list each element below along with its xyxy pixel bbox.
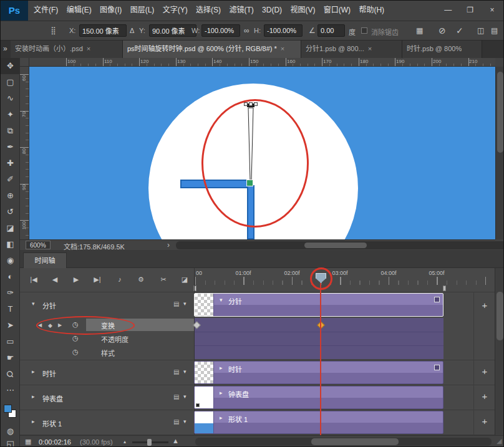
zoom-out-timeline-icon[interactable]: ▴	[124, 439, 126, 445]
track-options-icon[interactable]: ▤	[173, 418, 179, 425]
warp-mode-icon[interactable]: ▦	[416, 26, 423, 35]
foreground-color-swatch[interactable]	[4, 405, 12, 413]
stopwatch-icon[interactable]: ◷	[72, 348, 79, 356]
relative-position-icon[interactable]: Δ	[130, 27, 134, 34]
document-tab-3[interactable]: 分针1.psb @ 800... ×	[301, 41, 402, 58]
render-settings-icon[interactable]: ⚙	[133, 276, 149, 284]
dropdown-icon[interactable]: ▾	[183, 300, 187, 307]
zoom-level-field[interactable]: 600%	[26, 241, 51, 249]
h-input[interactable]	[264, 24, 303, 37]
tab-close-icon[interactable]: ×	[368, 41, 372, 58]
menu-help[interactable]: 帮助(H)	[356, 1, 387, 20]
tool-spot-healing[interactable]: ✚	[1, 155, 20, 171]
menu-view[interactable]: 视图(V)	[287, 1, 318, 20]
clip-settings-badge[interactable]	[434, 365, 440, 370]
track-options-icon[interactable]: ▤	[173, 393, 179, 400]
transition-icon[interactable]: ◪	[177, 276, 193, 284]
tool-crop[interactable]: ⧉	[1, 123, 20, 139]
tool-pen[interactable]: ✑	[1, 285, 20, 301]
menu-select[interactable]: 选择(S)	[193, 1, 224, 20]
menu-filter[interactable]: 滤镜(T)	[226, 1, 256, 20]
convert-to-frame-animation-icon[interactable]: ▦	[25, 438, 31, 446]
layer-row-hour-hand[interactable]: ▸ 时针 ▤ ▾	[20, 361, 194, 384]
scrollbar-thumb[interactable]	[497, 72, 503, 153]
go-to-first-frame-button[interactable]: |◀	[26, 276, 42, 284]
tab-close-icon[interactable]: ×	[281, 41, 284, 58]
minute-hand-transform-preview[interactable]	[244, 102, 258, 186]
transform-handle[interactable]	[250, 103, 253, 106]
resize-grip-icon[interactable]: ◢	[497, 437, 502, 445]
timeline-horizontal-scrollbar[interactable]	[195, 438, 492, 446]
screen-mode-button[interactable]: ◱	[1, 436, 20, 447]
scrollbar-thumb[interactable]	[497, 292, 503, 340]
timeline-time-ruler[interactable]: 00 01:00f 02:00f 03:00f 04:00f 05:00f	[194, 268, 495, 285]
play-button[interactable]: ▶	[68, 276, 84, 284]
document-tab-1[interactable]: 安装时动画（小）.psd ×	[11, 41, 123, 58]
menu-edit[interactable]: 编辑(E)	[64, 1, 95, 20]
dropdown-icon[interactable]: ▾	[183, 418, 187, 425]
commit-transform-icon[interactable]: ✓	[456, 26, 463, 36]
menu-layer[interactable]: 图层(L)	[127, 1, 158, 20]
tool-dodge[interactable]: ◐	[1, 269, 20, 285]
w-input[interactable]	[201, 24, 240, 37]
disclosure-icon[interactable]: ▾	[32, 300, 35, 307]
slider-thumb[interactable]	[147, 439, 152, 446]
tool-brush[interactable]: ✐	[1, 171, 20, 188]
timeline-tab[interactable]: 时间轴	[23, 252, 67, 268]
menu-window[interactable]: 窗口(W)	[321, 1, 354, 20]
tool-blur[interactable]: ◉	[1, 252, 20, 269]
angle-input[interactable]	[317, 24, 345, 37]
scrollbar-thumb[interactable]	[311, 438, 399, 445]
property-row-transform[interactable]: ◀ ◆ ▶ ◷ 变换	[20, 318, 194, 332]
tool-path-selection[interactable]: ➤	[1, 317, 20, 334]
tool-rectangular-marquee[interactable]: ▢	[1, 74, 20, 90]
property-row-opacity[interactable]: ◷ 不透明度	[20, 332, 194, 345]
clip-clock-face[interactable]: ▸ 钟表盘	[194, 386, 443, 409]
tab-overflow-icon[interactable]: »	[3, 44, 7, 53]
antialias-checkbox[interactable]	[361, 27, 367, 34]
document-tab-2-active[interactable]: ps时间轴旋转时钟.psd @ 600% (分针, RGB/8#) * ×	[123, 41, 301, 58]
clip-settings-badge[interactable]	[434, 297, 440, 302]
tool-hand[interactable]: ☛	[1, 350, 20, 366]
menu-image[interactable]: 图像(I)	[97, 1, 125, 20]
clip-minute-hand[interactable]: ▾ 分针	[194, 293, 443, 317]
horizontal-ruler[interactable]: 100 110 120 130 140 150 160 170 180 190 …	[29, 58, 495, 67]
x-input[interactable]	[79, 24, 127, 37]
go-to-previous-frame-button[interactable]: ◀	[47, 276, 63, 284]
y-input[interactable]	[149, 24, 196, 37]
split-at-playhead-icon[interactable]: ✂	[155, 276, 172, 284]
close-button[interactable]: ×	[482, 1, 502, 20]
stopwatch-icon[interactable]: ◷	[72, 334, 79, 342]
layer-row-minute-hand[interactable]: ▾ 分针 ▤ ▾	[20, 293, 194, 317]
tool-gradient[interactable]: ◧	[1, 236, 20, 252]
track-options-icon[interactable]: ▤	[173, 300, 179, 307]
tool-eraser[interactable]: ◪	[1, 220, 20, 236]
vertical-ruler[interactable]: 60 70 80 90 100	[20, 67, 29, 239]
disclosure-icon[interactable]: ▸	[32, 418, 35, 425]
document-tab-4[interactable]: 时针.psb @ 800%	[402, 41, 482, 58]
menu-3d[interactable]: 3D(D)	[259, 1, 285, 20]
clip-disclosure-icon[interactable]: ▾	[220, 297, 223, 303]
audio-toggle-icon[interactable]: ♪	[112, 276, 128, 283]
transform-reference-point[interactable]	[246, 180, 253, 186]
scrollbar-thumb[interactable]	[304, 243, 367, 248]
clip-shape-1[interactable]: ▸ 形状 1	[194, 411, 443, 434]
workspace-icon[interactable]: ▤	[491, 26, 498, 35]
property-row-style[interactable]: ◷ 样式	[20, 345, 194, 359]
menu-type[interactable]: 文字(Y)	[160, 1, 191, 20]
edit-toolbar-button[interactable]: ⋯	[1, 382, 20, 398]
tool-eyedropper[interactable]: ✒	[1, 139, 20, 155]
tool-rectangle[interactable]: ▭	[1, 334, 20, 350]
tool-clone-stamp[interactable]: ⊕	[1, 188, 20, 204]
tool-quick-selection[interactable]: ✦	[1, 107, 20, 123]
tool-lasso[interactable]: ∿	[1, 90, 20, 107]
add-media-button[interactable]: +	[479, 391, 490, 401]
clip-disclosure-icon[interactable]: ▸	[220, 365, 223, 371]
transform-handle[interactable]	[254, 103, 258, 106]
link-dimensions-icon[interactable]: ∞	[244, 26, 250, 35]
cancel-transform-icon[interactable]: ⊘	[439, 26, 446, 36]
dropdown-icon[interactable]: ▾	[183, 368, 187, 375]
clip-hour-hand[interactable]: ▸ 时针	[194, 361, 443, 384]
tool-zoom[interactable]: Ϙ	[1, 366, 20, 382]
add-media-button[interactable]: +	[479, 366, 490, 377]
